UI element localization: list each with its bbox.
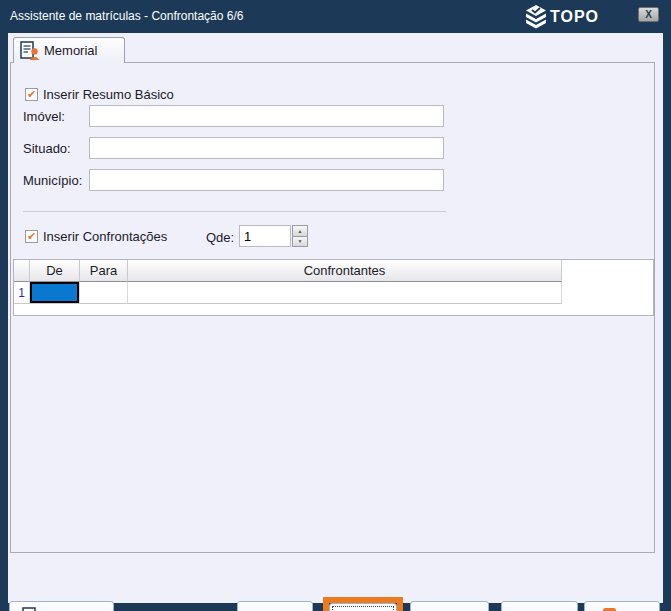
qde-label: Qde: xyxy=(206,230,234,245)
inserir-resumo-checkbox[interactable]: ✔ xyxy=(25,88,38,101)
checkmark-icon: ✔ xyxy=(27,231,36,242)
ajuda-button[interactable]: Ajuda xyxy=(501,601,578,611)
inserir-confrontacoes-label: Inserir Confrontações xyxy=(43,229,167,244)
cell-confrontantes[interactable] xyxy=(128,282,562,304)
municipio-input[interactable] xyxy=(89,169,444,191)
imovel-label: Imóvel: xyxy=(23,109,65,124)
situado-label: Situado: xyxy=(23,141,71,156)
concluir-highlight-box: Concluir xyxy=(323,597,403,611)
municipio-label: Município: xyxy=(23,173,82,188)
selected-cell-highlight[interactable] xyxy=(30,282,79,303)
topo-logo: TOPO xyxy=(524,3,599,31)
tab-memorial-label: Memorial xyxy=(44,43,97,58)
memorial-button[interactable]: Memorial xyxy=(9,601,114,611)
table-header-row: De Para Confrontantes xyxy=(14,260,653,282)
close-button[interactable]: X xyxy=(638,7,659,22)
arrow-up-icon: ▲ xyxy=(298,228,303,234)
header-confrontantes: Confrontantes xyxy=(128,260,562,282)
table-row: 1 xyxy=(14,282,653,304)
cell-de[interactable] xyxy=(30,282,80,304)
qde-input[interactable] xyxy=(239,225,291,247)
inserir-confrontacoes-checkbox[interactable]: ✔ xyxy=(25,230,38,243)
checkmark-icon: ✔ xyxy=(27,89,36,100)
situado-input[interactable] xyxy=(89,137,444,159)
dialog-content: Memorial ✔ Inserir Resumo Básico Imóvel:… xyxy=(8,33,663,603)
tab-memorial[interactable]: Memorial xyxy=(13,37,125,63)
header-de: De xyxy=(30,260,80,282)
concluir-button[interactable]: Concluir xyxy=(329,603,397,611)
topo-logo-icon xyxy=(524,4,548,31)
memorial-doc-person-icon xyxy=(20,41,40,60)
spinner-up-button[interactable]: ▲ xyxy=(292,225,308,237)
window-title: Assistente de matrículas - Confrontação … xyxy=(10,9,243,23)
arrow-down-icon: ▼ xyxy=(298,238,303,244)
voltar-button[interactable]: Voltar xyxy=(237,601,313,611)
spinner-down-button[interactable]: ▼ xyxy=(292,237,308,248)
chat-person-icon xyxy=(594,607,617,611)
header-para: Para xyxy=(80,260,128,282)
cancelar-button[interactable]: Cancelar xyxy=(410,601,489,611)
chat-button[interactable]: Chat xyxy=(584,601,660,611)
row-number-cell: 1 xyxy=(14,282,30,304)
imovel-input[interactable] xyxy=(89,105,444,127)
qde-spinner: ▲ ▼ xyxy=(292,225,308,247)
cell-para[interactable] xyxy=(80,282,128,304)
memorial-panel: ✔ Inserir Resumo Básico Imóvel: Situado:… xyxy=(10,62,655,553)
confrontantes-table: De Para Confrontantes 1 xyxy=(13,259,654,316)
memorial-doc-person-icon xyxy=(22,607,42,611)
title-bar: Assistente de matrículas - Confrontação … xyxy=(0,0,671,33)
header-rownum xyxy=(14,260,30,282)
section-divider xyxy=(23,211,446,212)
topo-logo-text: TOPO xyxy=(550,8,599,26)
inserir-resumo-label: Inserir Resumo Básico xyxy=(43,87,174,102)
